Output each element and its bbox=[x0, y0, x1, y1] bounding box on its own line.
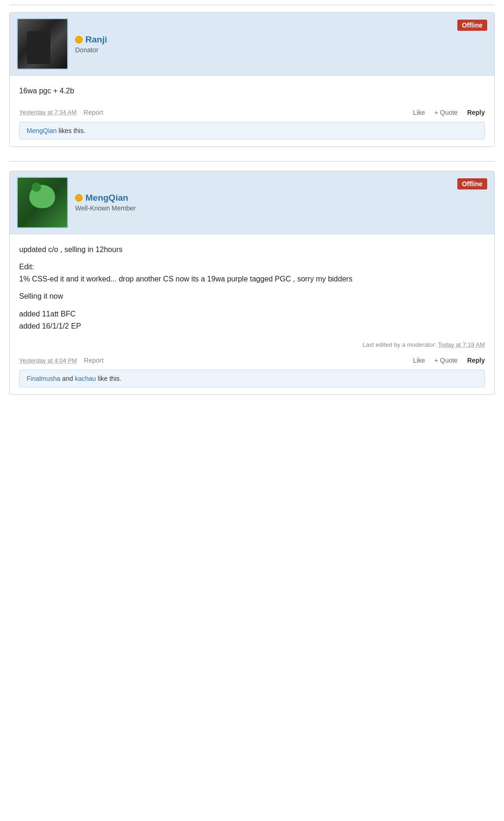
username-ranji[interactable]: Ranji bbox=[75, 35, 487, 45]
post-body-ranji: 16wa pgc + 4.2b bbox=[10, 76, 494, 104]
reply-button-ranji[interactable]: Reply bbox=[467, 109, 485, 116]
user-info-mengqian: MengQian Well-Known Member bbox=[75, 193, 487, 212]
likes-box-mengqian: Finalmusha and kachau like this. bbox=[19, 370, 485, 387]
page-container: Ranji Donator Offline 16wa pgc + 4.2b Ye… bbox=[0, 0, 504, 414]
post-header-ranji: Ranji Donator Offline bbox=[10, 13, 494, 76]
like-button-ranji[interactable]: Like bbox=[413, 109, 425, 116]
online-indicator-ranji bbox=[75, 36, 83, 43]
post-text-ranji: 16wa pgc + 4.2b bbox=[19, 85, 485, 97]
liker-finalmusha[interactable]: Finalmusha bbox=[27, 375, 60, 382]
post-ranji: Ranji Donator Offline 16wa pgc + 4.2b Ye… bbox=[9, 12, 495, 147]
avatar-mengqian bbox=[17, 177, 68, 228]
post-meta-left-ranji: Yesterday at 7:34 AM Report bbox=[19, 109, 103, 116]
top-divider bbox=[9, 5, 495, 5]
last-edited-mengqian: Last edited by a moderator: Today at 7:1… bbox=[10, 339, 494, 352]
post-text-mengqian: updated c/o , selling in 12hours Edit:1%… bbox=[19, 244, 485, 332]
post-mengqian: MengQian Well-Known Member Offline updat… bbox=[9, 171, 495, 395]
avatar-ranji bbox=[17, 18, 68, 70]
post-actions-mengqian: Like + Quote Reply bbox=[413, 357, 485, 364]
offline-badge-mengqian: Offline bbox=[457, 178, 487, 189]
avatar-image-mengqian bbox=[18, 178, 67, 227]
timestamp-mengqian: Yesterday at 4:04 PM bbox=[19, 357, 77, 364]
online-indicator-mengqian bbox=[75, 194, 83, 202]
reply-button-mengqian[interactable]: Reply bbox=[467, 357, 485, 364]
liker-kachau[interactable]: kachau bbox=[75, 375, 96, 382]
section-divider bbox=[9, 161, 495, 161]
post-footer-ranji: Yesterday at 7:34 AM Report Like + Quote… bbox=[10, 104, 494, 122]
post-actions-ranji: Like + Quote Reply bbox=[413, 109, 485, 116]
post-meta-left-mengqian: Yesterday at 4:04 PM Report bbox=[19, 357, 104, 364]
post-footer-mengqian: Yesterday at 4:04 PM Report Like + Quote… bbox=[10, 352, 494, 370]
report-link-mengqian[interactable]: Report bbox=[84, 357, 104, 364]
report-link-ranji[interactable]: Report bbox=[84, 109, 103, 116]
avatar-image-ranji bbox=[18, 19, 67, 69]
post-header-mengqian: MengQian Well-Known Member Offline bbox=[10, 171, 494, 234]
offline-badge-ranji: Offline bbox=[457, 20, 487, 31]
timestamp-ranji: Yesterday at 7:34 AM bbox=[19, 109, 77, 116]
user-role-mengqian: Well-Known Member bbox=[75, 204, 487, 212]
user-info-ranji: Ranji Donator bbox=[75, 35, 487, 54]
liker-mengqian[interactable]: MengQian bbox=[27, 127, 57, 134]
quote-button-ranji[interactable]: + Quote bbox=[434, 109, 458, 116]
quote-button-mengqian[interactable]: + Quote bbox=[434, 357, 458, 364]
username-mengqian[interactable]: MengQian bbox=[75, 193, 487, 203]
post-body-mengqian: updated c/o , selling in 12hours Edit:1%… bbox=[10, 234, 494, 339]
user-role-ranji: Donator bbox=[75, 46, 487, 54]
likes-box-ranji: MengQian likes this. bbox=[19, 122, 485, 140]
last-edited-timestamp: Today at 7:19 AM bbox=[438, 341, 485, 348]
like-button-mengqian[interactable]: Like bbox=[413, 357, 425, 364]
